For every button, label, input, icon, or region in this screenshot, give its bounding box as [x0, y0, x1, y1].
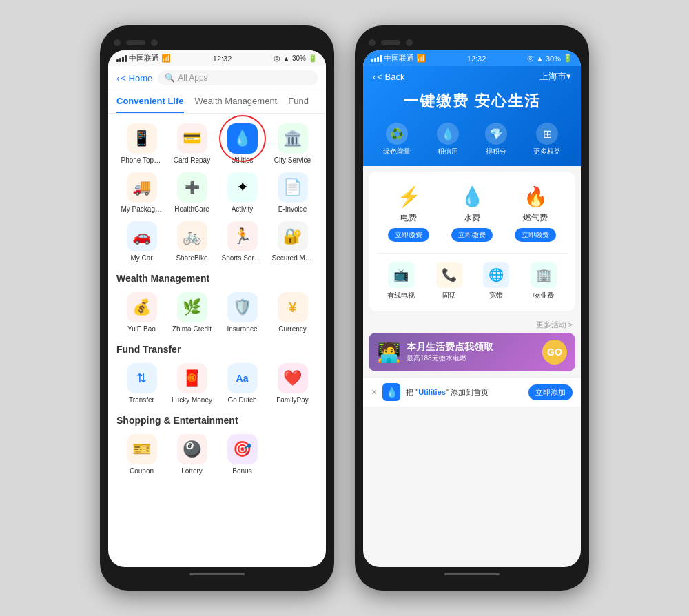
app-phone-topup[interactable]: 📱 Phone Top-up [116, 119, 167, 168]
app-my-packages[interactable]: 🚚 My Packages [116, 168, 167, 217]
family-pay-icon-wrap: ❤️ [278, 363, 308, 393]
promo-sub: 最高188元缴水电燃 [407, 353, 537, 363]
app-mycar[interactable]: 🚗 My Car [116, 217, 167, 266]
gas-pay-button[interactable]: 立即缴费 [515, 228, 556, 242]
location-icon: ◎ [274, 54, 280, 63]
app-healthcare[interactable]: ➕ HealthCare [167, 168, 217, 217]
promo-go-button[interactable]: GO [542, 340, 567, 365]
app-activity[interactable]: ✦ Activity [217, 168, 267, 217]
signal-bar-1 [116, 59, 119, 62]
add-bar-close-button[interactable]: × [371, 387, 377, 398]
property-icon-wrap: 🏢 [531, 262, 557, 288]
back-button[interactable]: ‹ < Back [373, 72, 404, 82]
app-coupon[interactable]: 🎫 Coupon [116, 430, 167, 479]
app-city-service[interactable]: 🏛️ City Service [267, 119, 318, 168]
promo-banner[interactable]: 🧑‍💻 本月生活费点我领取 最高188元缴水电燃 GO [369, 333, 575, 371]
r-sig-2 [374, 58, 376, 62]
right-phone-top-bar [363, 38, 581, 50]
app-placeholder [267, 430, 318, 479]
placeholder-icon-wrap [278, 434, 308, 464]
more-activities-link[interactable]: 更多活动 > [363, 317, 581, 333]
back-chevron-icon: ‹ [373, 72, 376, 82]
app-yuebao[interactable]: 💰 Yu'E Bao [116, 288, 167, 337]
city-selector[interactable]: 上海市▾ [539, 70, 571, 83]
landline-icon: 📞 [442, 267, 457, 283]
app-sharebike[interactable]: 🚲 ShareBike [167, 217, 217, 266]
tab-fund[interactable]: Fund [288, 90, 309, 113]
carrier-label: 中国联通 [129, 53, 159, 63]
right-status-left: 中国联通 📶 [371, 53, 426, 63]
landline-icon-wrap: 📞 [436, 262, 462, 288]
family-pay-label: FamilyPay [276, 396, 309, 404]
go-dutch-label: Go Dutch [227, 396, 256, 404]
app-lottery[interactable]: 🎱 Lottery [167, 430, 217, 479]
cable-tv-name: 有线电视 [387, 291, 415, 300]
app-zhima[interactable]: 🌿 Zhima Credit [167, 288, 217, 337]
coupon-icon-wrap: 🎫 [127, 434, 157, 464]
service-broadband[interactable]: 🌐 宽带 [483, 262, 509, 300]
right-battery-icon: 🔋 [563, 54, 573, 63]
quick-icon-lvse[interactable]: ♻️ 绿色能量 [383, 123, 411, 156]
app-currency[interactable]: ¥ Currency [267, 288, 318, 337]
right-home-indicator [444, 573, 500, 575]
right-carrier: 中国联通 [384, 53, 414, 63]
mycar-label: My Car [130, 254, 152, 262]
r-sig-3 [377, 57, 379, 62]
right-notch [369, 39, 413, 46]
service-water[interactable]: 💧 水费 立即缴费 [451, 185, 493, 242]
broadband-icon-wrap: 🌐 [483, 262, 509, 288]
left-phone-screen: 中国联通 📶 12:32 ◎ ▲ 30% 🔋 ‹ < Home 🔍 [108, 50, 326, 567]
electricity-pay-button[interactable]: 立即缴费 [388, 228, 429, 242]
battery-icon: 🔋 [308, 54, 318, 63]
app-family-pay[interactable]: ❤️ FamilyPay [267, 359, 318, 408]
healthcare-icon: ➕ [185, 180, 200, 195]
promo-figure-icon: 🧑‍💻 [377, 341, 401, 364]
einvoice-label: E-Invoice [278, 205, 307, 213]
more-benefits-icon: ⊞ [536, 123, 558, 145]
service-cable-tv[interactable]: 📺 有线电视 [387, 262, 415, 300]
credit-icon: 💧 [437, 123, 459, 145]
add-to-home-button[interactable]: 立即添加 [528, 384, 573, 400]
app-card-repay[interactable]: 💳 Card Repay [167, 119, 217, 168]
app-insurance[interactable]: 🛡️ Insurance [217, 288, 267, 337]
healthcare-label: HealthCare [174, 205, 209, 213]
mycar-icon: 🚗 [132, 227, 151, 245]
app-sports[interactable]: 🏃 Sports Servi... [217, 217, 267, 266]
app-bonus[interactable]: 🎯 Bonus [217, 430, 267, 479]
quick-icon-credit[interactable]: 💧 积信用 [437, 123, 459, 156]
more-benefits-label: 更多权益 [533, 147, 561, 156]
app-utilities[interactable]: 💧 Utilities [217, 119, 267, 168]
app-go-dutch[interactable]: Aa Go Dutch [217, 359, 267, 408]
quick-icon-more[interactable]: ⊞ 更多权益 [533, 123, 561, 156]
app-secured[interactable]: 🔐 Secured Me... [267, 217, 318, 266]
service-gas[interactable]: 🔥 燃气费 立即缴费 [515, 185, 556, 242]
service-landline[interactable]: 📞 固话 [436, 262, 462, 300]
util-quick-icons: ♻️ 绿色能量 💧 积信用 💎 得积分 ⊞ 更多权益 [363, 119, 581, 166]
insurance-icon: 🛡️ [233, 298, 251, 316]
app-einvoice[interactable]: 📄 E-Invoice [267, 168, 318, 217]
service-property[interactable]: 🏢 物业费 [531, 262, 557, 300]
tab-wealth-management[interactable]: Wealth Management [195, 90, 278, 113]
sports-icon: 🏃 [233, 227, 251, 245]
home-back-button[interactable]: ‹ < Home [116, 73, 152, 83]
lottery-icon: 🎱 [183, 440, 201, 458]
main-services: ⚡ 电费 立即缴费 💧 水费 立即缴费 🔥 燃气费 立即缴费 [377, 180, 567, 247]
right-phone: 中国联通 📶 12:32 ◎ ▲ 30% 🔋 ‹ < Back [355, 25, 589, 591]
status-left: 中国联通 📶 [116, 53, 171, 63]
left-nav-bar: ‹ < Home 🔍 All Apps [108, 66, 326, 90]
search-input[interactable]: 🔍 All Apps [158, 70, 318, 85]
coupon-icon: 🎫 [132, 440, 151, 458]
app-lucky-money[interactable]: 🧧 Lucky Money [167, 359, 217, 408]
cable-tv-icon: 📺 [393, 267, 409, 283]
quick-icon-points[interactable]: 💎 得积分 [485, 123, 507, 156]
bonus-icon-wrap: 🎯 [227, 434, 258, 464]
einvoice-icon: 📄 [283, 178, 302, 196]
my-packages-label: My Packages [121, 205, 163, 213]
service-electricity[interactable]: ⚡ 电费 立即缴费 [388, 185, 429, 242]
transfer-icon: ⇅ [136, 371, 147, 386]
app-transfer[interactable]: ⇅ Transfer [116, 359, 167, 408]
water-pay-button[interactable]: 立即缴费 [451, 228, 493, 242]
right-arrow-icon: ▲ [536, 54, 544, 63]
cable-tv-icon-wrap: 📺 [388, 262, 414, 288]
tab-convenient-life[interactable]: Convenient Life [116, 90, 184, 113]
